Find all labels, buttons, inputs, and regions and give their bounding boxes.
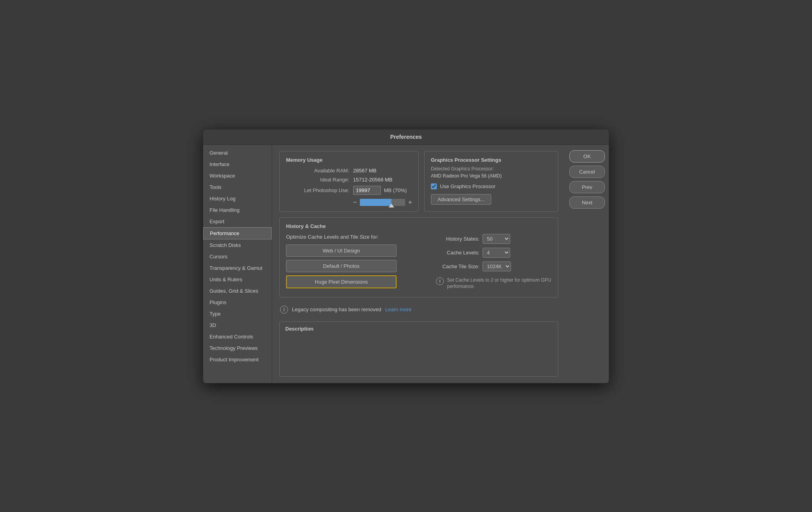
- use-gpu-checkbox[interactable]: [431, 183, 437, 189]
- huge-pixel-dimensions-button[interactable]: Huge Pixel Dimensions: [286, 275, 397, 288]
- let-photoshop-input[interactable]: [353, 186, 381, 195]
- gpu-title: Graphics Processor Settings: [431, 157, 552, 163]
- sidebar-item-plugins[interactable]: Plugins: [203, 297, 272, 308]
- history-states-row: History States: 50 20 100: [436, 234, 552, 244]
- sidebar-item-interface[interactable]: Interface: [203, 159, 272, 170]
- memory-usage-panel: Memory Usage Available RAM: 28567 MB Ide…: [279, 151, 419, 212]
- dialog-content-area: General Interface Workspace Tools Histor…: [203, 145, 609, 383]
- ideal-range-label: Ideal Range:: [286, 177, 349, 183]
- advanced-settings-button[interactable]: Advanced Settings...: [431, 194, 491, 205]
- cache-left: Optimize Cache Levels and Tile Size for:…: [286, 234, 428, 292]
- next-button[interactable]: Next: [569, 196, 605, 209]
- memory-slider[interactable]: [360, 199, 405, 206]
- sidebar-item-export[interactable]: Export: [203, 216, 272, 227]
- cache-info-text: Set Cache Levels to 2 or higher for opti…: [447, 277, 552, 290]
- history-states-label: History States:: [436, 236, 479, 242]
- description-title: Description: [285, 326, 552, 332]
- let-photoshop-label: Let Photoshop Use:: [286, 187, 349, 193]
- main-content: Memory Usage Available RAM: 28567 MB Ide…: [272, 145, 565, 383]
- slider-plus-icon[interactable]: +: [408, 199, 412, 206]
- description-panel: Description: [279, 321, 558, 377]
- legacy-notice: i Legacy compositing has been removed Le…: [279, 303, 558, 316]
- sidebar-item-history-log[interactable]: History Log: [203, 193, 272, 204]
- sidebar-item-3d[interactable]: 3D: [203, 320, 272, 331]
- use-gpu-label: Use Graphics Processor: [440, 183, 496, 189]
- optimize-label: Optimize Cache Levels and Tile Size for:: [286, 234, 428, 240]
- available-ram-value: 28567 MB: [353, 168, 376, 174]
- web-ui-design-button[interactable]: Web / UI Design: [286, 245, 397, 257]
- cache-tile-size-row: Cache Tile Size: 1024K 512K 256K 128K: [436, 262, 552, 271]
- memory-usage-title: Memory Usage: [286, 157, 412, 163]
- cache-levels-label: Cache Levels:: [436, 250, 479, 256]
- gpu-name: AMD Radeon Pro Vega 56 (AMD): [431, 173, 552, 179]
- preferences-dialog: Preferences General Interface Workspace …: [203, 129, 609, 383]
- sidebar-item-type[interactable]: Type: [203, 308, 272, 320]
- history-states-select[interactable]: 50 20 100: [483, 234, 510, 244]
- right-buttons-panel: OK Cancel Prev Next: [565, 145, 609, 383]
- history-cache-body: Optimize Cache Levels and Tile Size for:…: [286, 234, 552, 292]
- sidebar-item-file-handling[interactable]: File Handling: [203, 204, 272, 216]
- sidebar-item-product-improvement[interactable]: Product Improvement: [203, 354, 272, 365]
- sidebar-item-tools[interactable]: Tools: [203, 181, 272, 193]
- sidebar-item-technology-previews[interactable]: Technology Previews: [203, 342, 272, 354]
- memory-slider-row: − +: [286, 199, 412, 206]
- legacy-info-icon: i: [280, 306, 288, 314]
- default-photos-button[interactable]: Default / Photos: [286, 260, 397, 272]
- history-cache-title: History & Cache: [286, 223, 552, 229]
- slider-fill: [360, 199, 391, 206]
- cache-levels-row: Cache Levels: 4 2 6 8: [436, 248, 552, 258]
- let-photoshop-row: Let Photoshop Use: MB (70%): [286, 186, 412, 195]
- sidebar-item-enhanced-controls[interactable]: Enhanced Controls: [203, 331, 272, 342]
- ideal-range-row: Ideal Range: 15712-20568 MB: [286, 177, 412, 183]
- cache-info-row: i Set Cache Levels to 2 or higher for op…: [436, 277, 552, 290]
- cache-right: History States: 50 20 100 Cache Levels: …: [436, 234, 552, 292]
- sidebar-item-general[interactable]: General: [203, 147, 272, 159]
- sidebar-item-guides-grid-slices[interactable]: Guides, Grid & Slices: [203, 285, 272, 297]
- legacy-text: Legacy compositing has been removed: [292, 306, 381, 312]
- use-gpu-row: Use Graphics Processor: [431, 183, 552, 189]
- sidebar: General Interface Workspace Tools Histor…: [203, 145, 272, 383]
- available-ram-row: Available RAM: 28567 MB: [286, 168, 412, 174]
- dialog-title: Preferences: [390, 134, 422, 140]
- info-icon: i: [436, 277, 444, 285]
- available-ram-label: Available RAM:: [286, 168, 349, 174]
- prev-button[interactable]: Prev: [569, 181, 605, 193]
- slider-minus-icon[interactable]: −: [353, 199, 357, 206]
- dialog-titlebar: Preferences: [203, 129, 609, 145]
- sidebar-item-transparency-gamut[interactable]: Transparency & Gamut: [203, 262, 272, 274]
- sidebar-item-scratch-disks[interactable]: Scratch Disks: [203, 239, 272, 251]
- history-cache-panel: History & Cache Optimize Cache Levels an…: [279, 217, 558, 297]
- gpu-detected-label: Detected Graphics Processor:: [431, 166, 552, 172]
- ok-button[interactable]: OK: [569, 150, 605, 163]
- cancel-button[interactable]: Cancel: [569, 166, 605, 178]
- cache-tile-size-select[interactable]: 1024K 512K 256K 128K: [483, 262, 511, 271]
- ideal-range-value: 15712-20568 MB: [353, 177, 393, 183]
- sidebar-item-cursors[interactable]: Cursors: [203, 251, 272, 262]
- sidebar-item-workspace[interactable]: Workspace: [203, 170, 272, 181]
- learn-more-link[interactable]: Learn more: [385, 306, 411, 312]
- cache-levels-select[interactable]: 4 2 6 8: [483, 248, 510, 258]
- sidebar-item-units-rulers[interactable]: Units & Rulers: [203, 274, 272, 285]
- gpu-settings-panel: Graphics Processor Settings Detected Gra…: [424, 151, 558, 212]
- top-row: Memory Usage Available RAM: 28567 MB Ide…: [279, 151, 558, 212]
- cache-tile-size-label: Cache Tile Size:: [436, 263, 479, 269]
- slider-thumb: [389, 204, 394, 207]
- sidebar-item-performance[interactable]: Performance: [203, 227, 272, 239]
- memory-percentage: MB (70%): [384, 187, 407, 193]
